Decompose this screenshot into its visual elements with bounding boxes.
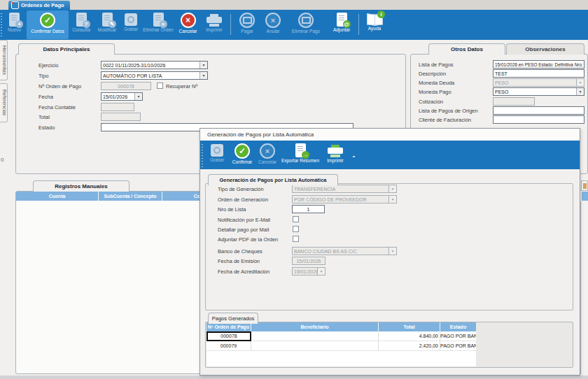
ayuda-button[interactable]: i Ayuda (363, 10, 386, 39)
grabar-button[interactable]: Grabar (121, 10, 141, 39)
lista-origen-field[interactable] (493, 106, 584, 115)
check-circle-icon: ✓ (234, 143, 250, 159)
nuevo-button[interactable]: + Nuevo (3, 10, 26, 39)
moneda-deuda-select[interactable]: PESO▼ (493, 78, 584, 87)
adjuntar-pdf-checkbox[interactable] (293, 236, 299, 242)
chevron-down-icon[interactable]: ▼ (200, 72, 207, 79)
estado-label: Estado (38, 124, 55, 131)
pay-icon (239, 13, 255, 28)
tab-pagos-generados[interactable]: Pagos Generados (208, 313, 258, 324)
table-row[interactable]: 000078 4.840,00 PAGO POR BANC (206, 331, 476, 341)
save-floppy-icon (211, 144, 223, 157)
toolbar-separator (358, 14, 359, 35)
void-x-icon: × (265, 13, 281, 28)
table-row[interactable]: 000079 2.420,00 PAGO POR BANC (206, 341, 476, 351)
chevron-down-icon: ▼ (317, 268, 325, 275)
toolbar-separator (230, 14, 231, 35)
confirmar-datos-button[interactable]: ✓ Confirmar Datos (27, 10, 69, 39)
col-cuenta[interactable]: Cuenta (16, 192, 99, 201)
cotizacion-label: Cotización (419, 99, 443, 105)
eliminar-orden-button[interactable]: × Eliminar Orden (141, 10, 175, 39)
chevron-down-icon[interactable]: ▼ (576, 88, 584, 95)
sidebar-tab-herramientas[interactable]: Herramientas (0, 40, 8, 80)
col-beneficiario[interactable]: Beneficiario (251, 322, 379, 331)
app-window: Ordenes de Pago + Nuevo ✓ Confirmar Dato… (0, 0, 588, 379)
toolbar-grip[interactable] (1, 13, 2, 36)
tipo-select[interactable]: AUTOMÁTICO POR LISTA▼ (101, 71, 208, 80)
chevron-down-icon: ▼ (576, 79, 584, 86)
left-edge-marker: 0 (1, 157, 4, 163)
recuperar-label: Recuperar Nº (166, 83, 197, 90)
eliminar-pago-button[interactable]: Eliminar Pago (287, 10, 325, 39)
total-field[interactable] (101, 113, 141, 121)
tab-otros-datos[interactable]: Otros Datos (428, 43, 505, 55)
adjuntar-button[interactable]: @ Adjuntar (328, 10, 356, 39)
chevron-down-icon: ▼ (388, 248, 396, 255)
window-tab-ordenes-de-pago[interactable]: Ordenes de Pago (8, 1, 70, 10)
ejercicio-select[interactable]: 0022 01/11/2025-31/10/2026▼ (101, 61, 208, 69)
col-estado[interactable]: Estado (440, 322, 476, 331)
check-circle-icon: ✓ (40, 13, 55, 28)
cotizacion-field[interactable] (493, 97, 535, 106)
fecha-acreditacion-field[interactable]: 15/01/2026▼ (292, 267, 326, 276)
modal-grabar-button[interactable]: Grabar (206, 141, 228, 170)
modal-exportar-resumen-button[interactable]: → Exportar Resumen (280, 141, 321, 170)
generacion-pagos-modal: Generación de Pagos por Lista Automática… (200, 128, 580, 376)
cancelar-button[interactable]: × Cancelar (176, 10, 200, 39)
anular-button[interactable]: × Anular (260, 10, 286, 39)
tab-registros-manuales[interactable]: Registros Manuales (33, 180, 130, 192)
modal-form-tab[interactable]: Generación de Pagos por Lista Automática (208, 174, 338, 185)
consulta-button[interactable]: ? Consulta (69, 10, 93, 39)
modal-imprimir-button[interactable]: Imprimir (322, 141, 349, 170)
moneda-pago-label: Moneda Pago (419, 89, 451, 95)
fecha-acreditacion-label: Fecha de Acreditación (218, 269, 270, 275)
window-bottom-edge (0, 376, 588, 379)
modal-toolbar: Grabar ✓ Confirmar × Cancelar → Exportar… (200, 141, 580, 169)
nro-lista-field[interactable]: 1 (292, 205, 325, 213)
modal-cancelar-button[interactable]: × Cancelar (256, 141, 279, 170)
pagar-button[interactable]: Pagar (235, 10, 259, 39)
total-label: Total (38, 114, 50, 120)
cell-orden: 000079 (206, 341, 251, 351)
window-tab-label: Ordenes de Pago (21, 2, 64, 8)
cancel-x-icon: × (260, 143, 275, 159)
tab-observaciones[interactable]: Observaciones (506, 43, 584, 55)
recuperar-checkbox[interactable] (157, 83, 163, 89)
export-document-icon: → (295, 143, 306, 157)
banco-cheques-select[interactable]: BANCO CIUDAD BS AS C/C▼ (292, 247, 397, 255)
orden-pago-field[interactable]: 000078 (101, 82, 151, 90)
moneda-deuda-label: Moneda Deuda (419, 80, 454, 86)
cliente-facturacion-label: Cliente de Facturación (419, 117, 471, 123)
fecha-field[interactable]: 15/01/2026▼ (101, 92, 143, 101)
cell-total: 2.420,00 (379, 341, 440, 351)
ordenes-tab-icon (11, 1, 19, 9)
cell-estado: PAGO POR BANC (440, 331, 476, 341)
cliente-facturacion-field[interactable] (493, 115, 584, 124)
imprimir-button[interactable]: Imprimir (202, 10, 227, 39)
orden-generacion-select[interactable]: POR CÓDIGO DE PROVEEDOR▼ (292, 195, 397, 203)
attach-icon: @ (337, 13, 347, 27)
orden-pago-label: Nº Orden de Pago (38, 83, 81, 90)
col-subcuenta-concepto[interactable]: SubCuenta / Concepto (99, 192, 162, 201)
main-toolbar: + Nuevo ✓ Confirmar Datos ? Consulta ✎ M… (0, 10, 588, 40)
adjuntar-pdf-label: Adjuntar PDF de la Orden (218, 236, 278, 243)
col-total[interactable]: Total (379, 322, 440, 331)
tab-datos-principales[interactable]: Datos Principales (18, 43, 115, 55)
modal-confirmar-button[interactable]: ✓ Confirmar (230, 141, 255, 170)
chevron-down-icon[interactable]: ▼ (200, 62, 207, 69)
descripcion-field[interactable]: TEST (493, 69, 584, 78)
printer-icon (206, 14, 222, 27)
detallar-pago-checkbox[interactable] (293, 226, 299, 232)
fecha-contable-field[interactable] (101, 103, 134, 111)
fecha-emision-field[interactable]: 15/01/2026 (292, 257, 326, 265)
notificacion-email-checkbox[interactable] (293, 216, 299, 222)
chevron-down-icon[interactable]: ▼ (134, 93, 142, 100)
modificar-button[interactable]: ✎ Modificar (94, 10, 120, 39)
lista-pagos-field[interactable]: 15/01/2026 en PESO Estado: Definitiva Nr… (493, 60, 584, 69)
toolbar-grip[interactable] (202, 144, 203, 167)
orden-generacion-label: Orden de Generación (218, 196, 268, 203)
hidden-panel-header-fragment (582, 192, 588, 201)
cell-orden: 000078 (206, 331, 251, 341)
sidebar-tab-referencias[interactable]: Referencias (0, 83, 8, 122)
moneda-pago-select[interactable]: PESO▼ (493, 87, 584, 96)
